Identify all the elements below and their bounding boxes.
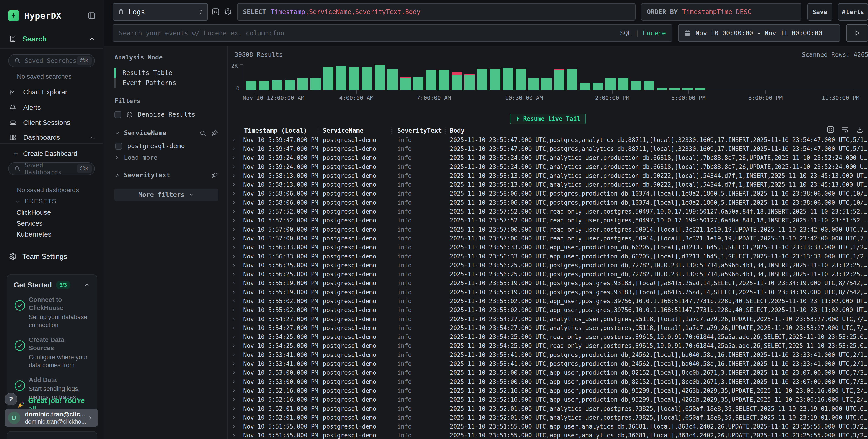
- table-row[interactable]: Nov 10 5:51:55.000 PMpostgresql-demoinfo…: [228, 422, 868, 431]
- column-header-servicename[interactable]: ServiceName: [320, 127, 395, 134]
- row-expand-chevron-icon[interactable]: [228, 299, 240, 303]
- create-dashboard-button[interactable]: + Create Dashboard: [14, 149, 77, 159]
- column-resize-handle[interactable]: [317, 127, 319, 134]
- row-expand-chevron-icon[interactable]: [228, 147, 240, 151]
- histogram-bar[interactable]: [413, 77, 423, 90]
- chevron-up-icon[interactable]: [84, 282, 90, 288]
- row-expand-chevron-icon[interactable]: [228, 317, 240, 321]
- facet-value-postgresql-demo[interactable]: postgresql-demo: [115, 142, 218, 150]
- load-more-button[interactable]: Load more: [115, 154, 218, 161]
- table-row[interactable]: Nov 10 5:55:02.000 PMpostgresql-demoinfo…: [228, 306, 868, 315]
- histogram-bar[interactable]: [695, 88, 706, 90]
- table-row[interactable]: Nov 10 5:52:01.000 PMpostgresql-demoinfo…: [228, 404, 868, 413]
- histogram-bar[interactable]: [541, 78, 551, 90]
- saved-dashboards-input[interactable]: Saved Dashboards ⌘K: [8, 162, 95, 175]
- table-row[interactable]: Nov 10 5:52:16.000 PMpostgresql-demoinfo…: [228, 386, 868, 395]
- row-expand-chevron-icon[interactable]: [228, 218, 240, 223]
- table-row[interactable]: Nov 10 5:53:00.000 PMpostgresql-demoinfo…: [228, 377, 868, 386]
- histogram-bar[interactable]: [246, 81, 256, 90]
- row-expand-chevron-icon[interactable]: [228, 379, 240, 384]
- histogram-bar[interactable]: [490, 69, 500, 90]
- table-row[interactable]: Nov 10 5:58:13.000 PMpostgresql-demoinfo…: [228, 180, 868, 189]
- row-expand-chevron-icon[interactable]: [228, 164, 240, 169]
- row-expand-chevron-icon[interactable]: [228, 182, 240, 187]
- row-expand-chevron-icon[interactable]: [228, 290, 240, 294]
- column-resize-handle[interactable]: [391, 127, 393, 134]
- table-row[interactable]: Nov 10 5:57:52.000 PMpostgresql-demoinfo…: [228, 216, 868, 225]
- row-expand-chevron-icon[interactable]: [228, 227, 240, 232]
- table-row[interactable]: Nov 10 5:57:52.000 PMpostgresql-demoinfo…: [228, 207, 868, 216]
- row-expand-chevron-icon[interactable]: [228, 397, 240, 402]
- presets-toggle[interactable]: PRESETS: [14, 198, 57, 205]
- table-row[interactable]: Nov 10 5:57:00.000 PMpostgresql-demoinfo…: [228, 234, 868, 243]
- row-expand-chevron-icon[interactable]: [228, 245, 240, 250]
- denoise-checkbox[interactable]: [115, 111, 121, 118]
- row-expand-chevron-icon[interactable]: [228, 209, 240, 214]
- sidebar-item-dashboards[interactable]: Dashboards: [9, 132, 95, 143]
- histogram-bar[interactable]: [503, 68, 513, 90]
- histogram-bar[interactable]: [528, 78, 538, 90]
- histogram-bar[interactable]: [298, 78, 308, 90]
- histogram-bar[interactable]: [387, 69, 398, 90]
- tab-results-table[interactable]: Results Table: [115, 68, 218, 78]
- column-resize-handle[interactable]: [444, 127, 446, 134]
- table-row[interactable]: Nov 10 5:56:25.000 PMpostgresql-demoinfo…: [228, 270, 868, 279]
- table-row[interactable]: Nov 10 5:59:47.000 PMpostgresql-demoinfo…: [228, 144, 868, 153]
- table-row[interactable]: Nov 10 5:55:19.000 PMpostgresql-demoinfo…: [228, 279, 868, 288]
- facet-search-icon[interactable]: [199, 130, 206, 136]
- edit-source-code-button[interactable]: [211, 3, 221, 21]
- histogram-bar[interactable]: [593, 83, 603, 90]
- table-row[interactable]: Nov 10 5:53:00.000 PMpostgresql-demoinfo…: [228, 368, 868, 377]
- preset-item-kubernetes[interactable]: Kubernetes: [17, 230, 51, 238]
- table-row[interactable]: Nov 10 5:53:41.000 PMpostgresql-demoinfo…: [228, 359, 868, 368]
- row-expand-chevron-icon[interactable]: [228, 236, 240, 241]
- row-expand-chevron-icon[interactable]: [228, 272, 240, 277]
- row-expand-chevron-icon[interactable]: [228, 353, 240, 357]
- row-expand-chevron-icon[interactable]: [228, 326, 240, 330]
- row-expand-chevron-icon[interactable]: [228, 191, 240, 196]
- row-expand-chevron-icon[interactable]: [228, 424, 240, 429]
- histogram-bar[interactable]: [606, 78, 616, 90]
- sidebar-item-search[interactable]: Search: [9, 33, 95, 45]
- histogram-bar[interactable]: [554, 69, 564, 90]
- row-expand-chevron-icon[interactable]: [228, 406, 240, 411]
- histogram-bar[interactable]: [631, 81, 641, 90]
- table-row[interactable]: Nov 10 5:58:13.000 PMpostgresql-demoinfo…: [228, 171, 868, 180]
- get-started-step[interactable]: Connect to ClickHouse Set up your databa…: [14, 295, 90, 330]
- histogram-bar[interactable]: [362, 67, 372, 90]
- row-expand-chevron-icon[interactable]: [228, 344, 240, 348]
- histogram-bar[interactable]: [349, 67, 359, 90]
- row-expand-chevron-icon[interactable]: [228, 362, 240, 366]
- column-header-timestamp[interactable]: Timestamp (Local): [240, 127, 320, 134]
- histogram-bar[interactable]: [580, 83, 590, 90]
- histogram-bar[interactable]: [682, 88, 693, 90]
- table-row[interactable]: Nov 10 5:53:41.000 PMpostgresql-demoinfo…: [228, 350, 868, 359]
- table-row[interactable]: Nov 10 5:54:25.000 PMpostgresql-demoinfo…: [228, 333, 868, 341]
- table-row[interactable]: Nov 10 5:52:16.000 PMpostgresql-demoinfo…: [228, 395, 868, 404]
- column-header-severitytext[interactable]: SeverityText: [395, 127, 447, 134]
- table-row[interactable]: Nov 10 5:56:33.000 PMpostgresql-demoinfo…: [228, 252, 868, 261]
- histogram-bar[interactable]: [400, 77, 410, 90]
- sidebar-item-alerts[interactable]: Alerts: [9, 102, 95, 113]
- row-expand-chevron-icon[interactable]: [228, 388, 240, 393]
- table-row[interactable]: Nov 10 5:52:01.000 PMpostgresql-demoinfo…: [228, 413, 868, 422]
- row-expand-chevron-icon[interactable]: [228, 335, 240, 339]
- histogram-bar[interactable]: [310, 78, 320, 90]
- preset-item-services[interactable]: Services: [17, 220, 43, 227]
- row-expand-chevron-icon[interactable]: [228, 263, 240, 268]
- row-expand-chevron-icon[interactable]: [228, 433, 240, 438]
- histogram-bar[interactable]: [452, 72, 462, 90]
- orderby-input[interactable]: ORDER BYTimestampTime DESC: [641, 3, 801, 21]
- table-row[interactable]: Nov 10 5:54:27.000 PMpostgresql-demoinfo…: [228, 315, 868, 323]
- denoise-results-option[interactable]: Denoise Results: [115, 111, 218, 118]
- histogram-bar[interactable]: [567, 69, 577, 90]
- row-expand-chevron-icon[interactable]: [228, 370, 240, 375]
- table-row[interactable]: Nov 10 5:59:24.000 PMpostgresql-demoinfo…: [228, 153, 868, 162]
- table-row[interactable]: Nov 10 5:59:24.000 PMpostgresql-demoinfo…: [228, 162, 868, 171]
- lucene-toggle[interactable]: Lucene: [643, 29, 666, 37]
- get-started-step[interactable]: Create Data Sources Configure where your…: [14, 336, 90, 370]
- histogram-bar[interactable]: [272, 81, 282, 90]
- histogram-bar[interactable]: [336, 66, 346, 90]
- table-row[interactable]: Nov 10 5:58:06.000 PMpostgresql-demoinfo…: [228, 189, 868, 198]
- sidebar-item-team-settings[interactable]: Team Settings: [9, 253, 67, 261]
